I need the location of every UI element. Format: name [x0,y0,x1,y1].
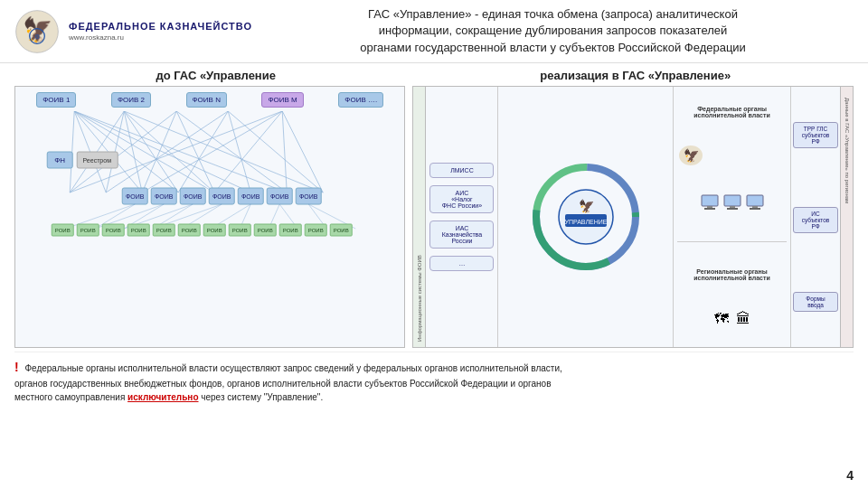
svg-rect-99 [727,208,738,210]
system-kazna: ИАСКазначействаРоссии [429,221,494,249]
svg-text:РОИВ: РОИВ [80,228,96,233]
svg-text:РОИВ: РОИВ [131,228,146,233]
system-fns: АИС«НалогФНС России» [429,185,494,213]
system-dots: … [429,256,494,271]
region-icons-row: 🗺 🏛 [677,308,787,328]
svg-text:ФН: ФН [54,156,65,164]
fed-org-icon-area: 🦅 [677,145,787,167]
svg-text:РОИВ: РОИВ [207,228,222,233]
header-line2: информации, сокращение дублирования запр… [379,23,728,37]
svg-text:РОИВ: РОИВ [283,228,298,233]
svg-line-19 [176,111,214,192]
system-lmiss: ЛМИСС [429,163,494,178]
svg-text:🦅: 🦅 [578,199,594,214]
svg-line-15 [124,111,214,192]
svg-line-28 [282,111,287,192]
logo-subtitle: www.roskazna.ru [69,33,252,42]
left-section-label: до ГАС «Управление [14,69,417,82]
computer-icon-1 [700,194,720,211]
svg-text:Реестром: Реестром [83,157,112,164]
center-area: 🦅 УПРАВЛЕНИЕ [498,87,673,347]
computer-icon-3 [745,194,765,211]
far-right-column: ТРР ГЛСсубъектовРФ ИСсубъектовРФ Формывв… [790,87,840,347]
orgs-column: Федеральные органы исполнительной власти… [673,87,790,347]
logo-title: ФЕДЕРАЛЬНОЕ КАЗНАЧЕЙСТВО [69,21,252,32]
section-labels: до ГАС «Управление реализация в ГАС «Упр… [14,69,854,82]
is-box: ИСсубъектовРФ [793,207,838,233]
svg-rect-100 [747,195,763,206]
main-content: до ГАС «Управление реализация в ГАС «Упр… [0,63,868,409]
orgs-divider [677,241,787,242]
systems-column: ЛМИСС АИС«НалогФНС России» ИАСКазначейст… [426,87,498,347]
fed-eagle-icon: 🦅 [677,145,704,167]
footer-part2: органов государственных внебюджетных фон… [14,379,551,389]
circular-arrows-svg: 🦅 УПРАВЛЕНИЕ [527,158,645,276]
svg-text:🏛: 🏛 [736,311,750,326]
svg-text:РОИВ: РОИВ [106,228,121,233]
svg-text:ФОИВ: ФОИВ [212,193,231,200]
svg-rect-94 [702,195,718,206]
region-icon-1: 🗺 [712,308,731,328]
svg-text:РОИВ: РОИВ [308,228,324,233]
svg-rect-95 [707,206,712,208]
right-vert-label: Данные в ГАС «Управление» по регионам [844,98,850,342]
header: 🦅 ⚙ ФЕДЕРАЛЬНОЕ КАЗНАЧЕЙСТВО www.roskazn… [0,0,868,63]
footer-part4: через систему "Управление". [199,392,324,402]
svg-text:РОИВ: РОИВ [334,228,349,233]
footer-underline: исключительно [127,392,198,402]
svg-line-22 [178,111,228,192]
svg-text:ФОИВ: ФОИВ [299,193,318,200]
svg-line-18 [142,111,176,192]
foiv-top-row: ФОИВ 1 ФОИВ 2 ФОИВ N ФОИВ М ФОИВ …. [21,92,399,108]
svg-rect-97 [724,195,741,206]
svg-text:РОИВ: РОИВ [182,228,197,233]
svg-rect-101 [752,206,758,208]
svg-text:УПРАВЛЕНИЕ: УПРАВЛЕНИЕ [564,219,607,225]
footer-part3: местного самоуправления [14,392,127,402]
right-diagram-inner: Информационные системы ФОИВ ЛМИСС АИС«На… [413,87,853,347]
logo-area: 🦅 ⚙ ФЕДЕРАЛЬНОЕ КАЗНАЧЕЙСТВО www.roskazn… [14,9,252,54]
svg-rect-102 [750,208,760,210]
svg-text:РОИВ: РОИВ [55,228,71,233]
svg-rect-98 [730,206,735,208]
svg-line-27 [214,111,282,192]
svg-text:ФОИВ: ФОИВ [126,193,145,200]
foiv-box-n: ФОИВ N [186,92,227,108]
svg-rect-96 [704,208,715,210]
eagle-icon: 🦅 ⚙ [14,9,60,54]
svg-text:РОИВ: РОИВ [156,228,172,233]
computer-icons-row [677,194,787,211]
header-line1: ГАС «Управление» - единая точка обмена (… [368,7,738,21]
logo-text-block: ФЕДЕРАЛЬНОЕ КАЗНАЧЕЙСТВО www.roskazna.ru [69,21,252,42]
footer-text: ! Федеральные органы исполнительной влас… [14,352,854,404]
svg-text:⚙: ⚙ [34,33,40,40]
region-icon-2: 🏛 [733,308,753,328]
foiv-box-2: ФОИВ 2 [111,92,151,108]
exclamation-mark: ! [14,360,19,374]
right-section-label: реализация в ГАС «Управление» [417,69,854,82]
foiv-box-m: ФОИВ М [261,92,303,108]
reg-orgs-label: Региональные органы исполнительной власт… [677,268,787,281]
svg-text:ФОИВ: ФОИВ [241,193,260,200]
foiv-box-dots: ФОИВ …. [338,92,383,108]
svg-text:🦅: 🦅 [684,148,700,164]
left-diagram: ФОИВ 1 ФОИВ 2 ФОИВ N ФОИВ М ФОИВ …. [14,86,405,348]
svg-line-29 [282,111,323,192]
foiv-box-1: ФОИВ 1 [36,92,76,108]
footer-part1: Федеральные органы исполнительной власти… [23,363,562,373]
fed-orgs-label: Федеральные органы исполнительной власти [677,106,787,118]
left-vert-strip: Информационные системы ФОИВ [413,87,426,347]
diagrams-row: ФОИВ 1 ФОИВ 2 ФОИВ N ФОИВ М ФОИВ …. [14,86,854,348]
svg-text:ФОИВ: ФОИВ [155,193,174,200]
svg-line-24 [228,111,323,192]
svg-text:🗺: 🗺 [714,311,729,326]
header-main-text: ГАС «Управление» - единая точка обмена (… [252,6,854,56]
header-line3: органами государственной власти у субъек… [360,41,746,54]
right-vert-strip: Данные в ГАС «Управление» по регионам [840,87,853,347]
svg-text:ФОИВ: ФОИВ [184,193,203,200]
svg-text:РОИВ: РОИВ [258,228,273,233]
network-svg: ФН Реестром ФОИВ ФОИВ ФОИВ ФОИВ ФОИВ ФОИ… [21,111,399,238]
computer-icon-2 [722,194,742,211]
right-diagram: Информационные системы ФОИВ ЛМИСС АИС«На… [412,86,854,348]
left-vert-label: Информационные системы ФОИВ [417,98,422,342]
